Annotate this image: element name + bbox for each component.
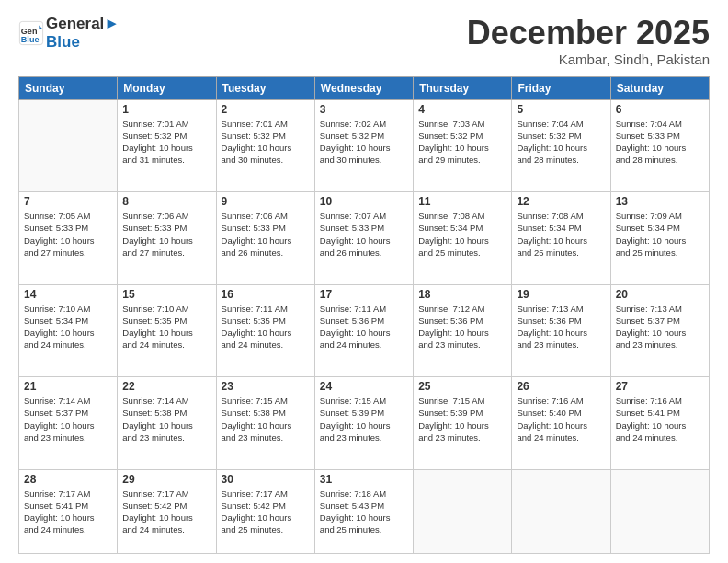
calendar-cell <box>512 469 610 553</box>
month-title: December 2025 <box>467 15 710 52</box>
calendar-cell: 7Sunrise: 7:05 AM Sunset: 5:33 PM Daylig… <box>19 192 118 285</box>
calendar-cell: 24Sunrise: 7:15 AM Sunset: 5:39 PM Dayli… <box>314 377 413 470</box>
logo: Gen Blue General► Blue <box>18 15 119 51</box>
week-row-4: 21Sunrise: 7:14 AM Sunset: 5:37 PM Dayli… <box>19 377 710 470</box>
calendar-cell: 16Sunrise: 7:11 AM Sunset: 5:35 PM Dayli… <box>216 284 314 377</box>
date-number: 11 <box>418 195 506 208</box>
day-header-sunday: Sunday <box>19 76 118 99</box>
calendar-cell: 21Sunrise: 7:14 AM Sunset: 5:37 PM Dayli… <box>19 377 118 470</box>
cell-info: Sunrise: 7:13 AM Sunset: 5:36 PM Dayligh… <box>517 303 605 351</box>
calendar-cell: 19Sunrise: 7:13 AM Sunset: 5:36 PM Dayli… <box>512 284 610 377</box>
calendar-cell: 3Sunrise: 7:02 AM Sunset: 5:32 PM Daylig… <box>314 99 413 192</box>
date-number: 9 <box>222 195 310 208</box>
date-number: 16 <box>222 288 310 301</box>
page: Gen Blue General► Blue December 2025 Kam… <box>0 0 728 563</box>
svg-text:Blue: Blue <box>21 34 40 43</box>
calendar-cell: 13Sunrise: 7:09 AM Sunset: 5:34 PM Dayli… <box>610 192 709 285</box>
date-number: 5 <box>517 103 605 116</box>
week-row-1: 1Sunrise: 7:01 AM Sunset: 5:32 PM Daylig… <box>19 99 710 192</box>
date-number: 4 <box>418 103 506 116</box>
calendar-cell <box>414 469 512 553</box>
cell-info: Sunrise: 7:02 AM Sunset: 5:32 PM Dayligh… <box>320 118 408 167</box>
day-header-wednesday: Wednesday <box>314 76 413 99</box>
cell-info: Sunrise: 7:16 AM Sunset: 5:40 PM Dayligh… <box>517 395 605 443</box>
calendar-cell: 8Sunrise: 7:06 AM Sunset: 5:33 PM Daylig… <box>118 192 216 285</box>
calendar-cell: 29Sunrise: 7:17 AM Sunset: 5:42 PM Dayli… <box>118 469 216 553</box>
date-number: 28 <box>24 473 112 486</box>
date-number: 1 <box>122 103 210 116</box>
calendar-cell: 15Sunrise: 7:10 AM Sunset: 5:35 PM Dayli… <box>118 284 216 377</box>
date-number: 15 <box>122 288 210 301</box>
calendar-cell: 31Sunrise: 7:18 AM Sunset: 5:43 PM Dayli… <box>314 469 413 553</box>
cell-info: Sunrise: 7:10 AM Sunset: 5:35 PM Dayligh… <box>122 303 210 351</box>
cell-info: Sunrise: 7:15 AM Sunset: 5:38 PM Dayligh… <box>222 395 310 443</box>
day-header-tuesday: Tuesday <box>216 76 314 99</box>
cell-info: Sunrise: 7:09 AM Sunset: 5:34 PM Dayligh… <box>616 210 704 259</box>
calendar-cell: 10Sunrise: 7:07 AM Sunset: 5:33 PM Dayli… <box>314 192 413 285</box>
date-number: 3 <box>320 103 408 116</box>
logo-text: General► Blue <box>46 15 119 51</box>
cell-info: Sunrise: 7:07 AM Sunset: 5:33 PM Dayligh… <box>320 210 408 259</box>
date-number: 27 <box>616 380 704 393</box>
date-number: 8 <box>122 195 210 208</box>
cell-info: Sunrise: 7:06 AM Sunset: 5:33 PM Dayligh… <box>122 210 210 259</box>
calendar-cell: 20Sunrise: 7:13 AM Sunset: 5:37 PM Dayli… <box>610 284 709 377</box>
cell-info: Sunrise: 7:17 AM Sunset: 5:42 PM Dayligh… <box>122 488 210 536</box>
cell-info: Sunrise: 7:03 AM Sunset: 5:32 PM Dayligh… <box>418 118 506 167</box>
date-number: 20 <box>616 288 704 301</box>
cell-info: Sunrise: 7:14 AM Sunset: 5:37 PM Dayligh… <box>24 395 112 443</box>
cell-info: Sunrise: 7:01 AM Sunset: 5:32 PM Dayligh… <box>122 118 210 167</box>
calendar-cell: 11Sunrise: 7:08 AM Sunset: 5:34 PM Dayli… <box>414 192 512 285</box>
date-number: 12 <box>517 195 605 208</box>
calendar-cell: 17Sunrise: 7:11 AM Sunset: 5:36 PM Dayli… <box>314 284 413 377</box>
date-number: 17 <box>320 288 408 301</box>
cell-info: Sunrise: 7:12 AM Sunset: 5:36 PM Dayligh… <box>418 303 506 351</box>
cell-info: Sunrise: 7:08 AM Sunset: 5:34 PM Dayligh… <box>517 210 605 259</box>
cell-info: Sunrise: 7:04 AM Sunset: 5:33 PM Dayligh… <box>616 118 704 167</box>
date-number: 26 <box>517 380 605 393</box>
day-header-saturday: Saturday <box>610 76 709 99</box>
date-number: 2 <box>222 103 310 116</box>
date-number: 24 <box>320 380 408 393</box>
date-number: 13 <box>616 195 704 208</box>
cell-info: Sunrise: 7:18 AM Sunset: 5:43 PM Dayligh… <box>320 488 408 536</box>
calendar-table: SundayMondayTuesdayWednesdayThursdayFrid… <box>18 76 710 554</box>
calendar-cell: 28Sunrise: 7:17 AM Sunset: 5:41 PM Dayli… <box>19 469 118 553</box>
cell-info: Sunrise: 7:05 AM Sunset: 5:33 PM Dayligh… <box>24 210 112 259</box>
calendar-cell <box>19 99 118 192</box>
cell-info: Sunrise: 7:16 AM Sunset: 5:41 PM Dayligh… <box>616 395 704 443</box>
cell-info: Sunrise: 7:14 AM Sunset: 5:38 PM Dayligh… <box>122 395 210 443</box>
calendar-cell: 25Sunrise: 7:15 AM Sunset: 5:39 PM Dayli… <box>414 377 512 470</box>
title-block: December 2025 Kambar, Sindh, Pakistan <box>467 15 710 67</box>
calendar-cell: 18Sunrise: 7:12 AM Sunset: 5:36 PM Dayli… <box>414 284 512 377</box>
calendar-cell: 30Sunrise: 7:17 AM Sunset: 5:42 PM Dayli… <box>216 469 314 553</box>
cell-info: Sunrise: 7:04 AM Sunset: 5:32 PM Dayligh… <box>517 118 605 167</box>
cell-info: Sunrise: 7:11 AM Sunset: 5:36 PM Dayligh… <box>320 303 408 351</box>
week-row-2: 7Sunrise: 7:05 AM Sunset: 5:33 PM Daylig… <box>19 192 710 285</box>
date-number: 29 <box>122 473 210 486</box>
date-number: 18 <box>418 288 506 301</box>
header: Gen Blue General► Blue December 2025 Kam… <box>18 15 710 67</box>
date-number: 6 <box>616 103 704 116</box>
calendar-cell: 1Sunrise: 7:01 AM Sunset: 5:32 PM Daylig… <box>118 99 216 192</box>
cell-info: Sunrise: 7:11 AM Sunset: 5:35 PM Dayligh… <box>222 303 310 351</box>
cell-info: Sunrise: 7:01 AM Sunset: 5:32 PM Dayligh… <box>222 118 310 167</box>
date-number: 31 <box>320 473 408 486</box>
calendar-cell: 2Sunrise: 7:01 AM Sunset: 5:32 PM Daylig… <box>216 99 314 192</box>
location-subtitle: Kambar, Sindh, Pakistan <box>467 52 710 67</box>
calendar-cell: 26Sunrise: 7:16 AM Sunset: 5:40 PM Dayli… <box>512 377 610 470</box>
date-number: 23 <box>222 380 310 393</box>
cell-info: Sunrise: 7:13 AM Sunset: 5:37 PM Dayligh… <box>616 303 704 351</box>
cell-info: Sunrise: 7:08 AM Sunset: 5:34 PM Dayligh… <box>418 210 506 259</box>
date-number: 25 <box>418 380 506 393</box>
cell-info: Sunrise: 7:17 AM Sunset: 5:42 PM Dayligh… <box>222 488 310 536</box>
calendar-cell: 14Sunrise: 7:10 AM Sunset: 5:34 PM Dayli… <box>19 284 118 377</box>
cell-info: Sunrise: 7:15 AM Sunset: 5:39 PM Dayligh… <box>320 395 408 443</box>
calendar-cell: 9Sunrise: 7:06 AM Sunset: 5:33 PM Daylig… <box>216 192 314 285</box>
date-number: 19 <box>517 288 605 301</box>
calendar-cell: 4Sunrise: 7:03 AM Sunset: 5:32 PM Daylig… <box>414 99 512 192</box>
date-number: 22 <box>122 380 210 393</box>
date-number: 21 <box>24 380 112 393</box>
cell-info: Sunrise: 7:06 AM Sunset: 5:33 PM Dayligh… <box>222 210 310 259</box>
cell-info: Sunrise: 7:10 AM Sunset: 5:34 PM Dayligh… <box>24 303 112 351</box>
